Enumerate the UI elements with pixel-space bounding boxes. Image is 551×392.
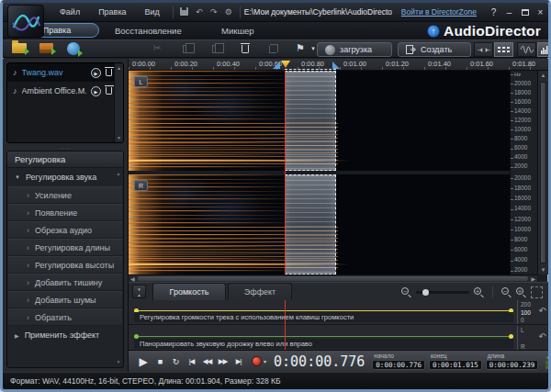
upload-button[interactable]: загрузка (317, 42, 392, 57)
vertical-scrollbar[interactable]: ▲ ▼ (537, 71, 548, 274)
delete-icon[interactable] (236, 44, 254, 55)
adjust-scrollbar[interactable]: ▲ ▼ (115, 170, 122, 365)
scroll-down-icon[interactable]: ▼ (117, 359, 121, 364)
play-button[interactable]: ▶ (134, 355, 152, 368)
menu-file[interactable]: Файл (51, 7, 89, 17)
tree-item-insert-noise[interactable]: ›Добавить шумы (8, 291, 122, 308)
crop-icon[interactable] (264, 44, 282, 55)
volume-envelope-line[interactable] (134, 310, 513, 311)
stop-button[interactable]: ■ (152, 357, 168, 366)
tab-mixer[interactable]: Микшер (221, 22, 254, 39)
status-bar: Формат: WAV, 44100Hz, 16-bit, СТЕРЕО, Дл… (3, 372, 548, 389)
time-tick: 0:00.00 (132, 60, 155, 68)
undo-icon[interactable]: ↶ (192, 7, 207, 17)
fast-forward-button[interactable]: ▶▶ (215, 357, 231, 365)
end-value[interactable]: 0:00:01.015 (429, 360, 482, 370)
reset-volume-envelope-icon[interactable]: ↶ (539, 306, 546, 316)
zoom-in-icon[interactable]: + (474, 287, 484, 297)
reset-pan-envelope-icon[interactable]: ↶ (539, 331, 546, 342)
spectrogram-channel-left[interactable]: L (129, 71, 510, 171)
delete-file-button[interactable] (106, 67, 112, 78)
tree-item-adjust-length[interactable]: ›Регулировка длины (8, 239, 122, 256)
scroll-down-icon[interactable]: ▼ (538, 267, 548, 273)
cut-icon[interactable]: ✂ (148, 42, 166, 54)
import-media-icon[interactable] (39, 43, 53, 53)
waveform-view-button[interactable] (517, 42, 536, 57)
playhead-line[interactable] (285, 71, 286, 274)
close-button[interactable]: × (533, 7, 548, 17)
list-item-twang[interactable]: ♪ Twang.wav ▶ (7, 63, 123, 82)
tree-group-adjust-sound[interactable]: ▼ Регулировка звука (7, 168, 123, 186)
panel-collapse-button[interactable]: ▾ ▴ (132, 285, 146, 298)
play-preview-button[interactable]: ▶ (91, 68, 101, 78)
tree-group-apply-effect[interactable]: ▶ Применить эффект (7, 326, 123, 344)
download-web-icon[interactable] (67, 42, 80, 55)
zoom-slider[interactable] (416, 291, 469, 294)
record-caret-icon[interactable]: ▾ (264, 358, 266, 364)
play-preview-button[interactable]: ▶ (91, 86, 101, 96)
start-value[interactable]: 0:00:00.776 (372, 360, 425, 370)
tree-item-reverse[interactable]: ›Обратить (8, 308, 122, 326)
trim-view-button[interactable] (474, 42, 493, 57)
save-icon[interactable] (177, 7, 192, 17)
scroll-down-icon[interactable]: ▼ (117, 135, 121, 140)
freq-tick: 2000 (514, 267, 537, 274)
copy-icon[interactable] (177, 44, 196, 55)
menu-edit[interactable]: Правка (89, 7, 135, 17)
tree-item-insert-silence[interactable]: ›Добавить тишину (8, 274, 122, 291)
open-folder-icon[interactable] (12, 43, 27, 53)
zoom-slider-knob[interactable] (422, 289, 429, 296)
create-button[interactable]: Создать (398, 42, 471, 57)
library-scrollbar[interactable]: ▲ ▼ (114, 63, 123, 142)
spectral-view-button[interactable] (537, 42, 551, 57)
selection-region[interactable] (285, 174, 336, 274)
loop-button[interactable]: ↻ (168, 357, 184, 366)
scroll-up-icon[interactable]: ▲ (117, 171, 121, 176)
redo-icon[interactable]: ↷ (207, 7, 221, 17)
settings-gear-icon[interactable]: ⚙ (221, 7, 236, 17)
spectrogram-view[interactable]: L R (129, 71, 510, 274)
tab-effect[interactable]: Эффект (228, 283, 292, 300)
tree-item-trim-audio[interactable]: ›Обрезка аудио (8, 221, 122, 239)
paste-icon[interactable] (207, 44, 225, 55)
menu-view[interactable]: Вид (136, 7, 169, 17)
go-to-end-button[interactable]: ▶| (231, 357, 246, 365)
length-value[interactable]: 0:00:00.239 (486, 360, 539, 370)
list-item-ambient[interactable]: ♪ Ambient Office.M... ▶ (7, 82, 123, 100)
horizontal-scroll-thumb[interactable] (138, 276, 528, 281)
playhead-marker[interactable] (281, 61, 290, 68)
timeline-ruler[interactable]: 0:00.00 0:00.20 0:00.40 0:00.60 0:00.80 … (129, 59, 548, 71)
selection-start-handle[interactable] (273, 62, 280, 69)
maximize-button[interactable] (517, 7, 533, 17)
level-meter: dB -36 0 (545, 354, 551, 369)
volume-envelope-row[interactable]: Регулировка громкости трека с использова… (129, 300, 548, 325)
pan-envelope-row[interactable]: Панорамировать звуковую дорожку влево ил… (129, 326, 548, 351)
tab-volume[interactable]: Громкость (152, 283, 226, 300)
scroll-up-icon[interactable]: ▲ (538, 73, 548, 78)
fit-view-icon[interactable] (531, 286, 543, 298)
scale-value: 200 (521, 301, 531, 308)
rewind-button[interactable]: ◀◀ (199, 357, 215, 365)
vertical-scroll-thumb[interactable] (540, 82, 546, 263)
tab-restore[interactable]: Восстановление (115, 22, 182, 39)
help-button[interactable]: ? (486, 7, 501, 17)
scroll-up-icon[interactable]: ▲ (117, 65, 121, 71)
pan-envelope-line[interactable] (134, 336, 513, 337)
horizontal-scrollbar[interactable]: ◀ ▶ (129, 274, 537, 282)
selection-end-handle[interactable] (332, 62, 340, 69)
tree-item-adjust-pitch[interactable]: ›Регулировка высоты (8, 256, 122, 274)
selection-region[interactable] (285, 71, 336, 171)
tree-item-gain[interactable]: ›Усиление (8, 186, 122, 204)
freq-tick: 20000 (514, 175, 537, 182)
go-to-start-button[interactable]: |◀ (184, 357, 199, 365)
minimize-button[interactable]: – (501, 7, 517, 17)
vertical-zoom-out-icon[interactable]: − (501, 287, 512, 297)
vertical-zoom-in-icon[interactable]: + (516, 287, 526, 297)
spectrogram-channel-right[interactable]: R (129, 174, 510, 274)
record-button[interactable] (252, 356, 262, 366)
directorzone-signin-link[interactable]: Войти в DirectorZone (401, 7, 477, 17)
delete-file-button[interactable] (106, 85, 112, 96)
zoom-out-icon[interactable]: − (401, 287, 411, 297)
tree-item-fade[interactable]: ›Появление (8, 204, 122, 221)
keyframe-view-button[interactable] (494, 42, 513, 57)
